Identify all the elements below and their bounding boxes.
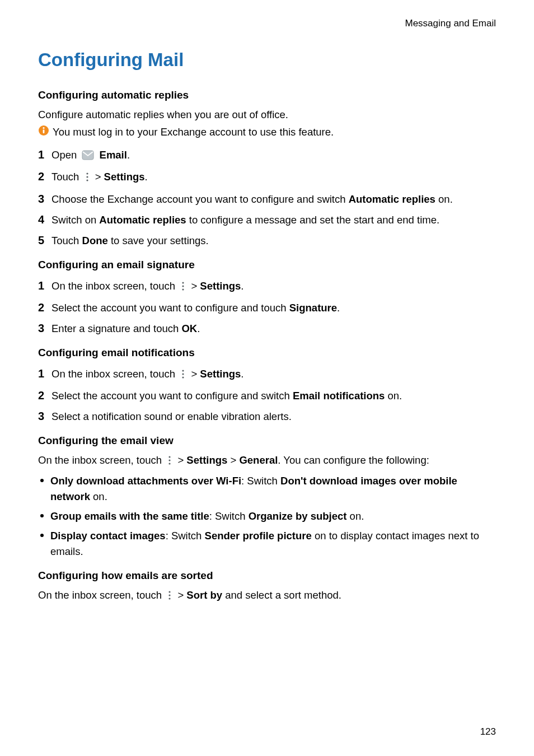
bullet-text: : Switch <box>166 530 205 542</box>
step-text: . <box>241 280 243 292</box>
step-bold: Automatic replies <box>349 193 435 205</box>
svg-point-5 <box>86 176 88 178</box>
intro-text: . You can configure the following: <box>278 454 429 466</box>
step-body: Touch Done to save your settings. <box>51 233 496 249</box>
list-item: Group emails with the same title: Switch… <box>38 508 496 525</box>
bullet-bold: Display contact images <box>50 530 166 542</box>
step-text: On the inbox screen, touch <box>51 368 178 380</box>
step-bold: Settings <box>200 368 241 380</box>
step-text: Select the account you want to configure… <box>51 390 293 402</box>
svg-point-4 <box>86 173 88 175</box>
step-text: Select a notification sound or enable vi… <box>51 410 292 422</box>
step-text: Enter a signature and touch <box>51 323 181 334</box>
svg-point-6 <box>86 180 88 181</box>
step-body: Enter a signature and touch OK. <box>51 321 496 337</box>
step-text: > <box>191 368 200 380</box>
email-view-bullets: Only download attachments over Wi-Fi: Sw… <box>38 473 496 560</box>
svg-point-13 <box>169 456 171 458</box>
step-body: Select the account you want to configure… <box>51 300 496 316</box>
step-item: 3 Enter a signature and touch OK. <box>38 320 496 337</box>
steps-auto-replies: 1 Open Email. 2 Touch > Settings. 3 <box>38 146 496 249</box>
step-bold: Automatic replies <box>99 214 186 226</box>
page-number: 123 <box>480 725 496 739</box>
step-body: Switch on Automatic replies to configure… <box>51 212 496 228</box>
auto-replies-intro: Configure automatic replies when you are… <box>38 108 496 123</box>
step-body: Select a notification sound or enable vi… <box>51 409 496 425</box>
svg-rect-2 <box>43 129 45 133</box>
svg-point-7 <box>182 282 184 283</box>
section-heading-email-view: Configuring the email view <box>38 433 496 449</box>
info-icon <box>38 125 49 141</box>
section-heading-signature: Configuring an email signature <box>38 257 496 273</box>
svg-point-15 <box>169 463 171 464</box>
step-text: Choose the Exchange account you want to … <box>51 193 349 205</box>
step-bold: Settings <box>200 280 241 292</box>
step-body: On the inbox screen, touch > Settings. <box>51 278 496 296</box>
svg-point-11 <box>182 373 184 375</box>
step-item: 2 Touch > Settings. <box>38 168 496 187</box>
step-text: > <box>191 280 200 292</box>
step-number: 3 <box>38 320 51 337</box>
step-text: on. <box>435 193 453 205</box>
svg-point-12 <box>182 376 184 378</box>
intro-text: On the inbox screen, touch <box>38 589 165 601</box>
bullet-bold: Sender profile picture <box>205 530 312 542</box>
step-text: Select the account you want to configure… <box>51 302 289 314</box>
intro-bold: Settings <box>186 454 227 466</box>
step-body: Select the account you want to configure… <box>51 388 496 404</box>
bullet-bold: Only download attachments over Wi-Fi <box>50 475 241 487</box>
step-text: Open <box>51 149 79 161</box>
step-text: . <box>337 302 340 314</box>
step-bold: Email notifications <box>293 390 385 402</box>
step-bold: Email <box>100 149 127 161</box>
step-number: 2 <box>38 299 51 316</box>
email-app-icon <box>82 149 94 165</box>
step-body: Touch > Settings. <box>51 169 496 187</box>
step-bold: Signature <box>289 302 337 314</box>
step-number: 4 <box>38 211 51 228</box>
step-text: on. <box>385 390 402 402</box>
svg-point-18 <box>169 598 171 599</box>
step-text: Switch on <box>51 214 99 226</box>
list-item: Only download attachments over Wi-Fi: Sw… <box>38 473 496 505</box>
svg-point-10 <box>182 370 184 371</box>
steps-signature: 1 On the inbox screen, touch > Settings.… <box>38 277 496 338</box>
step-number: 2 <box>38 387 51 404</box>
intro-bold: Sort by <box>186 589 222 601</box>
bullet-bold: Group emails with the same title <box>50 510 209 522</box>
step-number: 1 <box>38 146 51 164</box>
info-note-row: You must log in to your Exchange account… <box>38 125 496 141</box>
step-body: Choose the Exchange account you want to … <box>51 192 496 208</box>
more-menu-icon <box>180 368 186 384</box>
bullet-text: : Switch <box>241 475 280 487</box>
step-number: 2 <box>38 168 51 185</box>
svg-point-1 <box>43 127 44 129</box>
svg-point-14 <box>169 459 171 461</box>
svg-point-8 <box>182 285 184 287</box>
step-text: . <box>241 368 243 380</box>
section-heading-auto-replies: Configuring automatic replies <box>38 87 496 103</box>
step-text: to configure a message and set the start… <box>186 214 440 226</box>
email-view-intro: On the inbox screen, touch > Settings > … <box>38 453 496 470</box>
step-number: 3 <box>38 190 51 208</box>
step-text: to save your settings. <box>108 235 209 246</box>
step-item: 5 Touch Done to save your settings. <box>38 232 496 249</box>
step-item: 4 Switch on Automatic replies to configu… <box>38 211 496 228</box>
section-heading-sort: Configuring how emails are sorted <box>38 568 496 584</box>
step-bold: Settings <box>104 171 145 183</box>
intro-text: > <box>177 454 186 466</box>
intro-bold: General <box>239 454 278 466</box>
step-text: On the inbox screen, touch <box>51 280 178 292</box>
step-body: On the inbox screen, touch > Settings. <box>51 366 496 384</box>
step-body: Open Email. <box>51 147 496 165</box>
step-bold: Done <box>82 235 108 246</box>
step-item: 2 Select the account you want to configu… <box>38 299 496 316</box>
steps-notifications: 1 On the inbox screen, touch > Settings.… <box>38 365 496 426</box>
step-text: . <box>145 171 148 183</box>
step-text: . <box>127 149 130 161</box>
step-text: > <box>95 171 104 183</box>
step-text: Touch <box>51 171 82 183</box>
bullet-text: : Switch <box>209 510 249 522</box>
more-menu-icon <box>167 455 172 470</box>
step-number: 5 <box>38 232 51 249</box>
